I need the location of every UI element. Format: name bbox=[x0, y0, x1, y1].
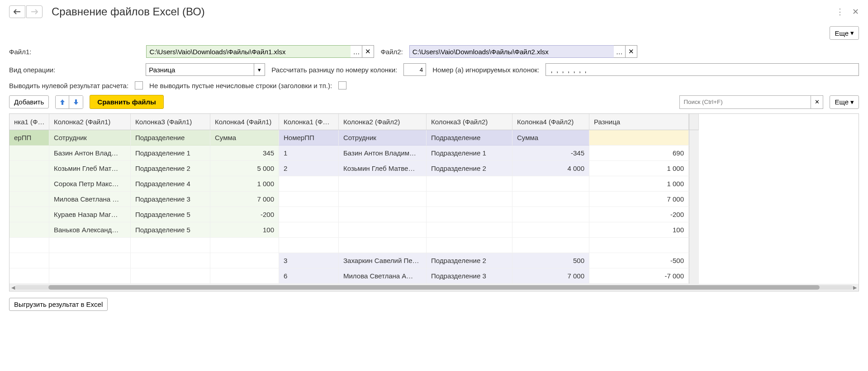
table-cell[interactable] bbox=[131, 238, 210, 253]
table-cell[interactable]: Милова Светлана А… bbox=[339, 268, 427, 284]
table-cell[interactable] bbox=[131, 268, 210, 284]
file1-clear-button[interactable]: ✕ bbox=[362, 45, 374, 58]
table-cell[interactable]: Сорока Петр Макс… bbox=[49, 176, 131, 192]
calc-col-input[interactable] bbox=[403, 63, 426, 76]
ignore-cols-input[interactable] bbox=[545, 63, 859, 76]
table-cell[interactable]: 1 bbox=[279, 146, 339, 161]
header-data-cell[interactable] bbox=[589, 130, 689, 146]
scroll-left-icon[interactable]: ◀ bbox=[11, 285, 15, 291]
file2-browse-button[interactable]: … bbox=[614, 45, 626, 58]
table-cell[interactable] bbox=[9, 238, 49, 253]
table-cell[interactable]: Козьмин Глеб Мат… bbox=[49, 161, 131, 176]
table-cell[interactable] bbox=[210, 253, 279, 268]
empty-rows-checkbox[interactable] bbox=[338, 81, 346, 89]
table-cell[interactable] bbox=[279, 192, 339, 207]
column-header[interactable]: Колонка4 (Файл2) bbox=[512, 114, 589, 130]
column-header[interactable]: Колонка2 (Файл2) bbox=[339, 114, 427, 130]
table-cell[interactable]: 4 000 bbox=[512, 161, 589, 176]
table-cell[interactable]: Подразделение 2 bbox=[131, 161, 210, 176]
table-cell[interactable]: Подразделение 2 bbox=[427, 253, 512, 268]
header-data-cell[interactable]: Сотрудник bbox=[339, 130, 427, 146]
close-icon[interactable]: ✕ bbox=[852, 7, 859, 17]
table-cell[interactable]: Подразделение 5 bbox=[131, 222, 210, 238]
table-cell[interactable]: 500 bbox=[512, 253, 589, 268]
table-cell[interactable] bbox=[427, 238, 512, 253]
table-cell[interactable]: Козьмин Глеб Матве… bbox=[339, 161, 427, 176]
column-header[interactable]: Колонка3 (Файл2) bbox=[427, 114, 512, 130]
table-cell[interactable]: 7 000 bbox=[589, 192, 689, 207]
table-cell[interactable] bbox=[9, 222, 49, 238]
file2-input[interactable] bbox=[409, 45, 614, 58]
table-cell[interactable]: Милова Светлана … bbox=[49, 192, 131, 207]
column-header[interactable]: нка1 (Ф… bbox=[9, 114, 49, 130]
table-cell[interactable]: Базин Антон Владим… bbox=[339, 146, 427, 161]
table-cell[interactable]: 1 000 bbox=[589, 176, 689, 192]
table-cell[interactable] bbox=[589, 238, 689, 253]
table-cell[interactable] bbox=[512, 192, 589, 207]
table-cell[interactable] bbox=[9, 253, 49, 268]
move-down-button[interactable] bbox=[69, 96, 83, 108]
operation-dropdown-button[interactable]: ▾ bbox=[254, 63, 265, 76]
table-cell[interactable] bbox=[279, 222, 339, 238]
table-cell[interactable] bbox=[9, 161, 49, 176]
table-cell[interactable] bbox=[9, 192, 49, 207]
table-cell[interactable] bbox=[9, 176, 49, 192]
table-cell[interactable]: 7 000 bbox=[512, 268, 589, 284]
horizontal-scrollbar[interactable]: ◀ ▶ bbox=[9, 284, 859, 291]
table-cell[interactable]: -500 bbox=[589, 253, 689, 268]
search-input[interactable] bbox=[679, 95, 811, 109]
table-cell[interactable] bbox=[279, 176, 339, 192]
table-cell[interactable] bbox=[210, 268, 279, 284]
table-cell[interactable]: 100 bbox=[210, 222, 279, 238]
table-cell[interactable] bbox=[512, 238, 589, 253]
header-data-cell[interactable]: НомерПП bbox=[279, 130, 339, 146]
table-cell[interactable]: 2 bbox=[279, 161, 339, 176]
header-data-cell[interactable]: Подразделение bbox=[427, 130, 512, 146]
table-cell[interactable] bbox=[339, 192, 427, 207]
table-cell[interactable]: 7 000 bbox=[210, 192, 279, 207]
move-up-button[interactable] bbox=[56, 96, 69, 108]
header-data-cell[interactable]: Подразделение bbox=[131, 130, 210, 146]
table-cell[interactable]: Подразделение 3 bbox=[131, 192, 210, 207]
table-cell[interactable]: 100 bbox=[589, 222, 689, 238]
vertical-scrollbar[interactable] bbox=[689, 114, 699, 130]
more-button[interactable]: Еще ▾ bbox=[830, 26, 859, 40]
table-cell[interactable] bbox=[9, 146, 49, 161]
table-cell[interactable] bbox=[339, 238, 427, 253]
table-cell[interactable] bbox=[512, 222, 589, 238]
nav-back-button[interactable] bbox=[9, 5, 25, 18]
table-cell[interactable] bbox=[279, 207, 339, 222]
nav-forward-button[interactable] bbox=[26, 5, 43, 18]
table-cell[interactable]: Подразделение 1 bbox=[131, 146, 210, 161]
file2-clear-button[interactable]: ✕ bbox=[626, 45, 637, 58]
table-cell[interactable]: -200 bbox=[589, 207, 689, 222]
search-clear-button[interactable]: ✕ bbox=[811, 95, 823, 109]
operation-select[interactable] bbox=[146, 63, 254, 76]
column-header[interactable]: Колонка2 (Файл1) bbox=[49, 114, 131, 130]
table-cell[interactable]: -200 bbox=[210, 207, 279, 222]
table-cell[interactable]: Подразделение 1 bbox=[427, 146, 512, 161]
header-data-cell[interactable]: Сотрудник bbox=[49, 130, 131, 146]
table-cell[interactable] bbox=[210, 238, 279, 253]
table-cell[interactable] bbox=[339, 207, 427, 222]
table-cell[interactable]: Ваньков Александ… bbox=[49, 222, 131, 238]
table-cell[interactable]: 6 bbox=[279, 268, 339, 284]
zero-result-checkbox[interactable] bbox=[135, 81, 143, 89]
more-menu-icon[interactable]: ⋮ bbox=[836, 7, 844, 17]
compare-button[interactable]: Сравнить файлы bbox=[90, 95, 164, 109]
table-cell[interactable]: 1 000 bbox=[589, 161, 689, 176]
table-cell[interactable] bbox=[512, 207, 589, 222]
table-cell[interactable] bbox=[9, 268, 49, 284]
header-data-cell[interactable]: Сумма bbox=[210, 130, 279, 146]
header-data-cell[interactable]: ерПП bbox=[9, 130, 49, 146]
header-data-cell[interactable]: Сумма bbox=[512, 130, 589, 146]
table-cell[interactable] bbox=[49, 238, 131, 253]
file1-input[interactable] bbox=[146, 45, 351, 58]
table-cell[interactable] bbox=[339, 176, 427, 192]
column-header[interactable]: Разница bbox=[589, 114, 689, 130]
table-cell[interactable]: Базин Антон Влад… bbox=[49, 146, 131, 161]
table-cell[interactable] bbox=[512, 176, 589, 192]
table-cell[interactable] bbox=[9, 207, 49, 222]
scroll-right-icon[interactable]: ▶ bbox=[853, 285, 857, 291]
table-cell[interactable] bbox=[279, 238, 339, 253]
